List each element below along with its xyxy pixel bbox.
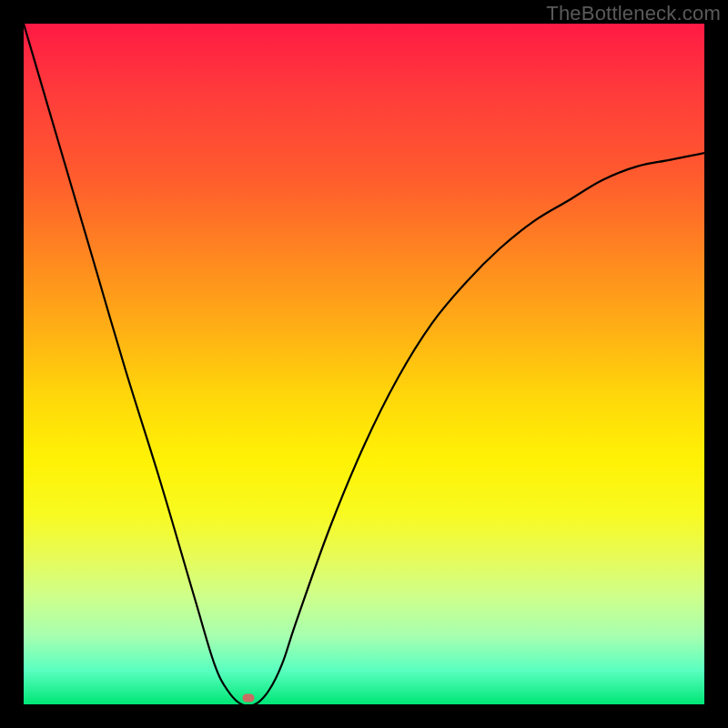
minimum-marker bbox=[242, 693, 254, 702]
chart-frame: TheBottleneck.com bbox=[0, 0, 728, 728]
curve-svg bbox=[24, 24, 704, 704]
plot-area bbox=[24, 24, 704, 704]
watermark-text: TheBottleneck.com bbox=[546, 2, 721, 25]
curve-line bbox=[24, 24, 704, 704]
